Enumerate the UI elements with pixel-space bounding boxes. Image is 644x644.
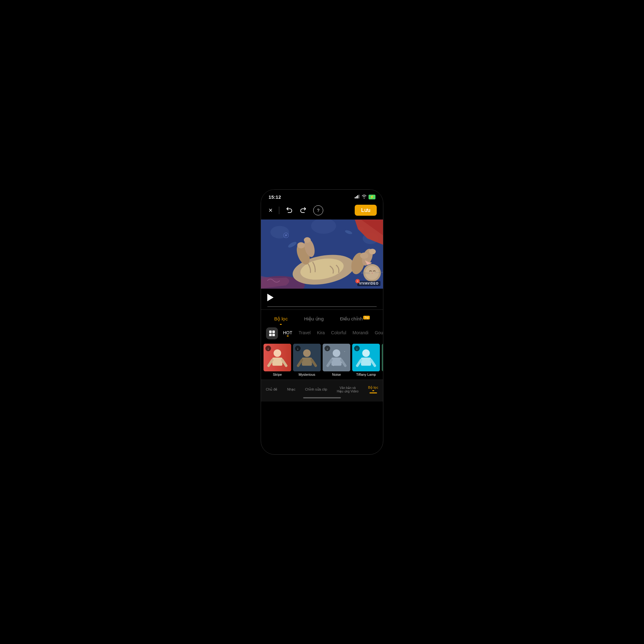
filter-cat-morandi[interactable]: Morandi (353, 330, 369, 336)
bottom-nav-bo-loc-label: Bộ lọc (368, 386, 378, 391)
bottom-nav-items: Chủ đề Nhạc Chỉnh sửa clip Văn bản vàHiệ… (261, 384, 383, 395)
svg-rect-33 (272, 334, 275, 336)
bottom-nav-nhac-label: Nhạc (287, 387, 296, 391)
filter-vinyl-img: ↓ (382, 344, 383, 371)
filter-tiffany-img: ↓ (352, 344, 380, 371)
video-preview: × VIVAVIDEO (261, 219, 383, 289)
redo-button[interactable] (299, 205, 308, 215)
tab-effects[interactable]: Hiệu ứng (300, 314, 327, 324)
toolbar: × ? Lưu (261, 202, 383, 219)
svg-rect-37 (272, 358, 282, 366)
filter-categories: HOT Travel Kira Colorful Morandi Gouach (261, 324, 383, 341)
undo-button[interactable] (284, 205, 294, 215)
battery-icon: ⚡ (369, 195, 375, 199)
active-indicator (369, 392, 377, 393)
svg-point-26 (365, 266, 379, 280)
svg-rect-0 (355, 197, 356, 198)
svg-rect-43 (331, 358, 341, 366)
svg-point-39 (303, 349, 311, 357)
filter-all-icon[interactable] (266, 327, 278, 339)
help-button[interactable]: ? (313, 205, 323, 215)
cat-illustration (261, 219, 383, 289)
filter-cat-hot[interactable]: HOT (283, 330, 292, 336)
status-time: 15:12 (269, 194, 281, 200)
filter-noise-label: Noise (323, 373, 350, 376)
filter-mysterious-label: Mysterious (293, 373, 321, 376)
svg-point-42 (333, 349, 340, 357)
watermark-brand: VIVAVIDEO (359, 282, 379, 285)
play-button[interactable] (267, 294, 274, 302)
timeline-bar[interactable] (267, 306, 377, 307)
filter-thumbnails: ↓ Stripe ↓ (261, 341, 383, 380)
bottom-nav-nhac[interactable]: Nhạc (285, 386, 298, 393)
filter-stripe[interactable]: ↓ Stripe (264, 344, 291, 376)
tab-navigation: Bộ lọc Hiệu ứng Điều chỉnhTry (261, 309, 383, 324)
filter-vinyl[interactable]: ↓ Vinyl (382, 344, 383, 376)
download-icon: ↓ (265, 346, 271, 351)
tab-nav-items: Bộ lọc Hiệu ứng Điều chỉnhTry (261, 314, 383, 324)
play-icon (267, 294, 274, 301)
filter-noise[interactable]: ↓ Noise (323, 344, 350, 376)
svg-point-5 (270, 226, 289, 238)
download-icon: ↓ (295, 346, 301, 351)
bottom-nav-chinh-sua-label: Chỉnh sửa clip (305, 387, 327, 391)
svg-point-36 (274, 349, 281, 357)
filter-cat-colorful[interactable]: Colorful (331, 330, 346, 336)
tab-filter[interactable]: Bộ lọc (270, 314, 291, 324)
download-icon: ↓ (354, 346, 360, 351)
filter-vinyl-label: Vinyl (382, 373, 383, 376)
phone-frame: 15:12 ⚡ × (261, 189, 383, 455)
tab-adjust[interactable]: Điều chỉnhTry (336, 314, 374, 324)
svg-rect-51 (382, 344, 383, 371)
svg-point-20 (304, 237, 311, 243)
cat-canvas: × VIVAVIDEO (261, 219, 383, 289)
svg-rect-32 (269, 334, 272, 336)
svg-rect-2 (357, 195, 358, 198)
bottom-nav-chu-de[interactable]: Chủ đề (263, 386, 280, 393)
bottom-nav-bo-loc[interactable]: Bộ lọc (365, 384, 380, 395)
playback-area (261, 289, 383, 309)
svg-point-24 (369, 249, 376, 254)
bottom-nav-chu-de-label: Chủ đề (266, 387, 277, 391)
wifi-icon (362, 194, 367, 200)
bottom-navigation: Chủ đề Nhạc Chỉnh sửa clip Văn bản vàHiệ… (261, 380, 383, 402)
svg-point-46 (333, 365, 334, 366)
filter-tiffany-label: Tiffany Lamp (352, 373, 380, 376)
svg-point-9 (285, 234, 287, 236)
bottom-nav-chinh-sua[interactable]: Chỉnh sửa clip (303, 386, 330, 393)
svg-point-47 (341, 362, 342, 363)
filter-stripe-label: Stripe (264, 373, 291, 376)
close-button[interactable]: × (267, 206, 274, 215)
svg-rect-40 (302, 358, 312, 366)
filter-cat-gouache[interactable]: Gouach (375, 330, 383, 336)
svg-point-45 (344, 351, 345, 352)
filter-cat-travel[interactable]: Travel (299, 330, 311, 336)
status-bar: 15:12 ⚡ (261, 190, 383, 202)
filter-noise-img: ↓ (323, 344, 350, 371)
bottom-nav-van-ban[interactable]: Văn bản vàHiệu ứng Video (334, 385, 361, 394)
svg-rect-50 (361, 358, 371, 366)
filter-mysterious-img: ↓ (293, 344, 321, 371)
toolbar-divider (279, 207, 279, 214)
home-indicator (303, 397, 341, 398)
filter-cat-kira[interactable]: Kira (317, 330, 325, 336)
filter-stripe-img: ↓ (264, 344, 291, 371)
toolbar-left: × ? (267, 205, 323, 215)
signal-icon (355, 195, 360, 199)
svg-point-23 (360, 253, 368, 259)
filter-tiffany-lamp[interactable]: ↓ Tiffany Lamp (352, 344, 380, 376)
watermark: × VIVAVIDEO (357, 281, 380, 286)
svg-point-19 (297, 242, 305, 248)
status-icons: ⚡ (355, 194, 375, 200)
save-button[interactable]: Lưu (355, 205, 377, 216)
svg-rect-31 (272, 330, 275, 333)
watermark-close-button[interactable]: × (355, 279, 360, 283)
svg-point-49 (362, 349, 370, 357)
try-badge: Try (363, 316, 370, 319)
filter-mysterious[interactable]: ↓ Mysterious (293, 344, 321, 376)
svg-rect-3 (358, 195, 359, 198)
svg-rect-1 (356, 196, 357, 198)
svg-rect-30 (269, 330, 272, 333)
bottom-nav-van-ban-label: Văn bản vàHiệu ứng Video (337, 386, 358, 393)
download-icon: ↓ (325, 346, 330, 351)
